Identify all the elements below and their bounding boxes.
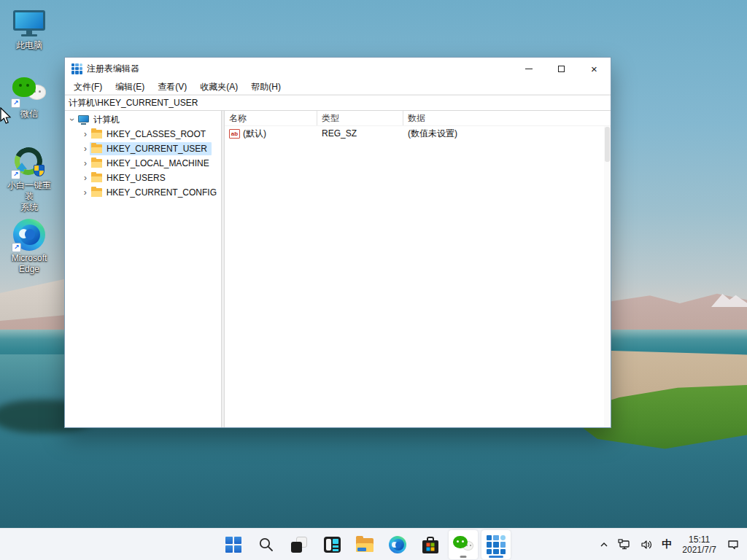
taskbar: 中 15:11 2021/7/7	[0, 528, 747, 560]
value-name: (默认)	[243, 128, 266, 140]
volume-icon	[640, 539, 653, 551]
taskbar-start-button[interactable]	[219, 530, 248, 559]
value-type: REG_SZ	[317, 128, 403, 139]
maximize-icon	[558, 66, 565, 72]
scrollbar-thumb[interactable]	[605, 127, 610, 162]
chevron-right-icon[interactable]: ›	[81, 187, 90, 198]
folder-icon	[91, 174, 102, 182]
regedit-window: 注册表编辑器 × 文件(F) 编辑(E) 查看(V) 收藏夹(A) 帮助(H) …	[64, 57, 611, 428]
shield-icon	[34, 165, 44, 176]
desktop-icon-label-line1: Microsoft	[12, 253, 47, 264]
window-title: 注册表编辑器	[87, 63, 512, 75]
tree-item-hkey-local-machine[interactable]: › HKEY_LOCAL_MACHINE	[65, 156, 221, 171]
tree-item-label: HKEY_CLASSES_ROOT	[107, 129, 206, 139]
tray-clock[interactable]: 15:11 2021/7/7	[678, 534, 721, 555]
maximize-button[interactable]	[545, 58, 578, 79]
taskbar-store-button[interactable]	[416, 530, 445, 559]
tray-chevron-button[interactable]	[596, 532, 612, 558]
tree-item-hkey-users[interactable]: › HKEY_USERS	[65, 171, 221, 185]
chevron-right-icon[interactable]: ›	[81, 173, 90, 183]
taskbar-wechat-button[interactable]	[449, 530, 478, 559]
desktop-icon-this-pc[interactable]: 此电脑	[4, 10, 54, 51]
desktop-icon-label-line2: Edge	[12, 264, 47, 275]
menu-item-view[interactable]: 查看(V)	[151, 79, 193, 95]
shortcut-arrow-icon: ↗	[12, 243, 21, 252]
registry-tree-pane: › 计算机 › HKEY_CLASSES_ROOT ›	[65, 111, 221, 427]
folder-icon	[91, 144, 102, 153]
column-header-type[interactable]: 类型	[317, 111, 403, 125]
search-icon	[258, 537, 274, 553]
column-header-data[interactable]: 数据	[403, 111, 611, 125]
value-data: (数值未设置)	[403, 128, 611, 140]
shortcut-arrow-icon: ↗	[11, 98, 20, 108]
mouse-cursor	[0, 107, 12, 125]
folder-icon	[91, 130, 102, 139]
registry-app-icon	[487, 535, 506, 554]
file-explorer-icon	[356, 538, 374, 552]
desktop-icon-label-line2: 系统	[4, 202, 54, 213]
tree-item-label: HKEY_LOCAL_MACHINE	[107, 158, 209, 168]
task-view-icon	[291, 537, 307, 553]
menu-bar: 文件(F) 编辑(E) 查看(V) 收藏夹(A) 帮助(H)	[65, 79, 611, 95]
desktop-icon-wechat[interactable]: ↗ 微信	[4, 77, 54, 120]
taskbar-edge-button[interactable]	[383, 530, 412, 559]
tree-item-hkey-current-user[interactable]: › HKEY_CURRENT_USER	[65, 141, 221, 156]
xiaobai-reinstall-icon: ↗	[12, 146, 46, 178]
tray-volume-button[interactable]	[637, 532, 656, 558]
desktop-icon-xiaobai-reinstall[interactable]: ↗ 小白一键重装 系统	[4, 146, 54, 213]
tree-item-label: HKEY_CURRENT_USER	[107, 144, 207, 154]
taskbar-regedit-button[interactable]	[481, 530, 511, 559]
vertical-scrollbar[interactable]	[604, 126, 611, 427]
wechat-icon: ↗	[12, 77, 46, 106]
network-icon	[618, 539, 631, 551]
address-path: 计算机\HKEY_CURRENT_USER	[69, 97, 198, 109]
taskbar-widgets-button[interactable]	[317, 530, 347, 559]
registry-values-pane: 名称 类型 数据 ab (默认) REG_SZ (数值未设置)	[225, 111, 611, 427]
wechat-icon	[453, 536, 473, 553]
menu-item-file[interactable]: 文件(F)	[67, 79, 109, 95]
tree-root-computer[interactable]: › 计算机	[65, 112, 221, 127]
address-bar[interactable]: 计算机\HKEY_CURRENT_USER	[65, 95, 611, 111]
close-button[interactable]: ×	[578, 58, 611, 79]
edge-icon	[389, 536, 406, 553]
registry-value-row[interactable]: ab (默认) REG_SZ (数值未设置)	[225, 126, 611, 141]
desktop-icon-edge[interactable]: ↗ Microsoft Edge	[4, 219, 54, 275]
column-header-name[interactable]: 名称	[225, 111, 317, 125]
desktop-icon-label: 微信	[20, 109, 38, 120]
taskbar-file-explorer-button[interactable]	[350, 530, 379, 559]
desktop-icon-label-line1: 小白一键重装	[4, 180, 54, 202]
clock-date: 2021/7/7	[682, 545, 716, 555]
tree-item-hkey-classes-root[interactable]: › HKEY_CLASSES_ROOT	[65, 127, 221, 141]
tree-item-hkey-current-config[interactable]: › HKEY_CURRENT_CONFIG	[65, 185, 221, 200]
chevron-right-icon[interactable]: ›	[81, 144, 90, 154]
tree-item-label: HKEY_USERS	[107, 173, 166, 183]
tray-ime-indicator[interactable]: 中	[659, 532, 675, 558]
registry-app-icon	[71, 63, 82, 74]
menu-item-help[interactable]: 帮助(H)	[244, 79, 287, 95]
close-icon: ×	[591, 63, 597, 74]
taskbar-task-view-button[interactable]	[285, 530, 314, 559]
title-bar[interactable]: 注册表编辑器 ×	[65, 58, 611, 79]
chevron-up-icon	[599, 540, 609, 550]
tree-root-label: 计算机	[93, 114, 120, 126]
minimize-icon	[525, 69, 533, 69]
chevron-down-icon[interactable]: ›	[67, 115, 77, 124]
chevron-right-icon[interactable]: ›	[81, 129, 90, 139]
this-pc-icon	[13, 10, 45, 38]
windows-logo-icon	[225, 537, 241, 553]
chevron-right-icon[interactable]: ›	[81, 158, 90, 168]
notification-center-button[interactable]	[724, 532, 743, 558]
menu-item-favorites[interactable]: 收藏夹(A)	[193, 79, 244, 95]
tree-item-label: HKEY_CURRENT_CONFIG	[107, 187, 217, 198]
clock-time: 15:11	[682, 534, 716, 545]
folder-icon	[91, 159, 102, 168]
menu-item-edit[interactable]: 编辑(E)	[109, 79, 151, 95]
folder-icon	[91, 188, 102, 197]
edge-icon: ↗	[13, 219, 45, 251]
microsoft-store-icon	[422, 540, 438, 553]
minimize-button[interactable]	[512, 58, 545, 79]
string-value-icon: ab	[229, 129, 240, 139]
computer-icon	[78, 115, 89, 125]
taskbar-search-button[interactable]	[252, 530, 281, 559]
tray-network-button[interactable]	[615, 532, 634, 558]
